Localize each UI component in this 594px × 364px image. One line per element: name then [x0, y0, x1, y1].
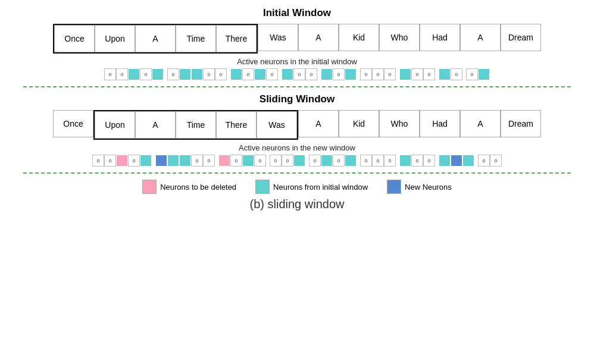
word-cell: A [460, 110, 501, 137]
section-divider-2 [23, 172, 571, 174]
word-cell: A [460, 24, 501, 51]
neuron-cell: 0 [411, 68, 423, 80]
neuron-cell [155, 155, 167, 167]
neuron-cell [179, 68, 191, 80]
neuron-cell [451, 155, 462, 167]
word-cell: Time [176, 25, 216, 52]
sliding-window-section: Sliding Window Once Upon A Time There Wa… [0, 93, 594, 167]
neuron-cell: 0 [92, 155, 104, 167]
word-cell: Had [420, 110, 460, 137]
neuron-cell [242, 155, 254, 167]
sliding-window-box: Upon A Time There Was [93, 110, 298, 140]
neuron-cell: 0 [451, 68, 462, 80]
neuron-cell [128, 68, 140, 80]
sliding-word-row: Once Upon A Time There Was A Kid Who Had… [0, 110, 594, 140]
word-cell: A [298, 24, 339, 51]
word-cell: A [298, 110, 339, 137]
neuron-cell [321, 68, 333, 80]
legend: Neurons to be deleted Neurons from initi… [0, 180, 594, 194]
legend-color-pink [142, 180, 157, 194]
word-cell: There [216, 111, 257, 139]
neuron-cell: 0 [140, 68, 152, 80]
neuron-cell [293, 155, 305, 167]
neuron-cell: 0 [266, 68, 278, 80]
neuron-cell [345, 155, 357, 167]
neuron-cell: 0 [411, 155, 423, 167]
word-cell: Upon [95, 111, 135, 139]
word-cell: Who [379, 24, 420, 51]
neuron-cell: 0 [116, 68, 128, 80]
initial-neuron-label: Active neurons in the initial window [0, 57, 594, 66]
neuron-cell: 0 [191, 155, 203, 167]
neuron-cell [116, 155, 128, 167]
neuron-cell [478, 68, 490, 80]
neuron-cell: 0 [384, 155, 396, 167]
neuron-cell [179, 155, 191, 167]
word-cell: Had [420, 24, 460, 51]
word-cell: Kid [339, 110, 379, 137]
neuron-cell: 0 [128, 155, 140, 167]
word-cell: Who [379, 110, 420, 137]
neuron-cell: 0 [478, 155, 490, 167]
section-divider [23, 86, 571, 87]
neuron-cell: 0 [270, 155, 282, 167]
legend-color-blue [387, 180, 401, 194]
neuron-cell: 0 [360, 155, 372, 167]
neuron-cell [230, 68, 242, 80]
word-cell: Dream [501, 110, 541, 137]
neuron-cell: 0 [293, 68, 305, 80]
neuron-cell [399, 68, 411, 80]
word-cell: Kid [339, 24, 379, 51]
word-cell: A [135, 111, 176, 139]
neuron-cell: 0 [254, 155, 266, 167]
neuron-cell [399, 155, 411, 167]
initial-word-row: Once Upon A Time There Was A Kid Who Had… [0, 24, 594, 54]
neuron-cell [254, 68, 266, 80]
neuron-cell: 0 [384, 68, 396, 80]
legend-item-pink: Neurons to be deleted [142, 180, 236, 194]
initial-window-title: Initial Window [0, 7, 594, 19]
neuron-cell: 0 [466, 68, 478, 80]
legend-label-blue: New Neurons [405, 183, 452, 192]
neuron-cell: 0 [282, 155, 293, 167]
neuron-cell: 0 [242, 68, 254, 80]
neuron-cell [218, 155, 230, 167]
sliding-window-title: Sliding Window [0, 93, 594, 105]
word-cell: Once [54, 25, 95, 52]
initial-window-box: Once Upon A Time There [53, 24, 258, 54]
neuron-cell [191, 68, 203, 80]
neuron-cell: 0 [215, 68, 227, 80]
word-cell: There [216, 25, 257, 52]
neuron-cell: 0 [104, 155, 116, 167]
neuron-cell [462, 155, 474, 167]
neuron-cell [152, 68, 164, 80]
neuron-cell: 0 [333, 155, 345, 167]
neuron-cell: 0 [423, 68, 435, 80]
neuron-cell: 0 [423, 155, 435, 167]
neuron-cell: 0 [104, 68, 116, 80]
sliding-neuron-label: Active neurons in the new window [0, 143, 594, 152]
neuron-cell: 0 [230, 155, 242, 167]
neuron-cell: 0 [203, 155, 215, 167]
legend-label-teal: Neurons from initial window [273, 183, 368, 192]
neuron-cell: 0 [360, 68, 372, 80]
word-cell: A [135, 25, 176, 52]
neuron-cell [345, 68, 357, 80]
neuron-cell: 0 [305, 68, 317, 80]
word-cell: Was [258, 24, 298, 51]
legend-color-teal [255, 180, 270, 194]
neuron-cell: 0 [333, 68, 345, 80]
neuron-cell: 0 [372, 155, 384, 167]
neuron-cell: 0 [309, 155, 321, 167]
neuron-cell: 0 [372, 68, 384, 80]
legend-label-pink: Neurons to be deleted [160, 183, 236, 192]
figure-caption: (b) sliding window [0, 197, 594, 211]
word-cell: Time [176, 111, 216, 139]
neuron-cell [282, 68, 293, 80]
neuron-cell [321, 155, 333, 167]
initial-neuron-row: 0 0 0 0 0 0 0 0 0 0 0 0 0 [0, 68, 594, 80]
neuron-cell [167, 155, 179, 167]
legend-item-teal: Neurons from initial window [255, 180, 368, 194]
word-cell: Upon [95, 25, 135, 52]
word-cell: Once [53, 110, 93, 137]
